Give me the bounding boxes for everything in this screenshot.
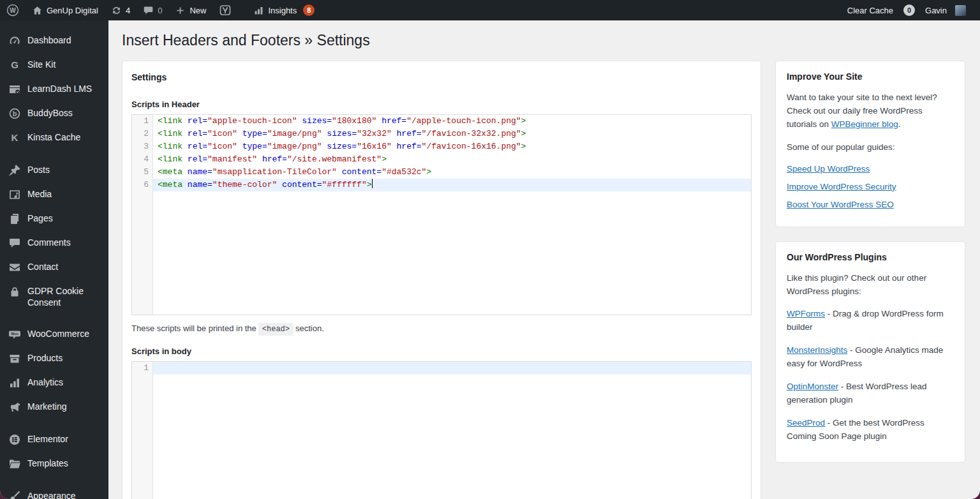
pushpin-icon	[8, 164, 21, 177]
improve-your-site-box: Improve Your Site Want to take your site…	[775, 61, 965, 227]
sidebar-item-posts[interactable]: Posts	[0, 158, 108, 182]
sidebar-item-elementor[interactable]: Elementor	[0, 428, 108, 452]
svg-text:K: K	[11, 132, 19, 143]
sidebar-item-products[interactable]: Products	[0, 346, 108, 371]
buddyboss-icon: b	[8, 107, 21, 120]
sidebar-item-label: Pages	[27, 212, 53, 224]
plugin-link-seedprod[interactable]: SeedProd	[787, 418, 825, 428]
sidebar-item-site-kit[interactable]: GSite Kit	[0, 53, 108, 77]
sidebar-item-label: Site Kit	[27, 59, 56, 70]
sidebar-item-contact[interactable]: Contact	[0, 255, 108, 279]
updates-count: 4	[126, 6, 130, 15]
learndash-icon	[8, 83, 21, 96]
code-text: <meta name="theme-color" content="#fffff…	[153, 179, 751, 191]
code-line-1[interactable]: 1<link rel="apple-touch-icon" sizes="180…	[132, 115, 751, 128]
sidebar-item-media[interactable]: Media	[0, 182, 108, 207]
admin-bar-left: W GenUp Digital 4 0 New	[0, 0, 321, 20]
cache-count-badge: 0	[903, 4, 915, 16]
line-number: 4	[132, 153, 153, 166]
sidebar-item-label: Marketing	[27, 401, 66, 412]
comments-icon	[8, 237, 21, 250]
plugin-link-optinmonster[interactable]: OptinMonster	[787, 382, 838, 391]
line-number: 3	[132, 140, 153, 153]
guide-link-boost-your-wordpress-seo[interactable]: Boost Your WordPress SEO	[787, 200, 954, 209]
sidebar-item-label: Products	[27, 352, 63, 364]
sidebar-item-label: LearnDash LMS	[27, 83, 92, 94]
new-content-menu[interactable]: New	[168, 0, 212, 20]
dashboard-icon	[8, 34, 21, 47]
editor-gutter	[132, 362, 153, 499]
sidebar-item-label: Templates	[27, 458, 68, 469]
guide-link-improve-wordpress-security[interactable]: Improve WordPress Security	[787, 182, 954, 191]
line-number: 1	[132, 115, 153, 128]
svg-text:Woo: Woo	[11, 332, 19, 336]
code-line-2[interactable]: 2<link rel="icon" type="image/png" sizes…	[132, 128, 751, 140]
sidebar-item-dashboard[interactable]: Dashboard	[0, 29, 108, 53]
comment-icon	[143, 5, 154, 16]
header-scripts-editor[interactable]: 1<link rel="apple-touch-icon" sizes="180…	[131, 114, 752, 315]
kinsta-icon: K	[8, 131, 21, 144]
yoast-seo-menu[interactable]	[212, 0, 238, 20]
sidebar-item-learndash-lms[interactable]: LearnDash LMS	[0, 77, 108, 101]
comments-count: 0	[158, 6, 162, 15]
plugin-link-wpforms[interactable]: WPForms	[787, 309, 825, 318]
wpbeginner-blog-link[interactable]: WPBeginner blog	[831, 119, 898, 129]
sidebar-item-label: Media	[27, 188, 52, 200]
wordpress-logo-menu[interactable]: W	[0, 0, 26, 20]
woocommerce-icon: Woo	[8, 328, 21, 341]
code-text: <meta name="msapplication-TileColor" con…	[153, 166, 751, 179]
sidebar-item-label: Elementor	[27, 433, 68, 445]
line-number: 6	[132, 179, 153, 191]
code-line-5[interactable]: 5<meta name="msapplication-TileColor" co…	[132, 166, 751, 179]
code-line-1[interactable]: 1	[132, 362, 751, 375]
sidebar-item-templates[interactable]: Templates	[0, 452, 108, 476]
sidebar-item-gdpr-cookie-consent[interactable]: GDPR Cookie Consent	[0, 279, 108, 314]
media-icon	[8, 188, 21, 201]
our-plugins-box: Our WordPress Plugins Like this plugin? …	[775, 241, 965, 463]
sidebar-item-buddyboss[interactable]: bBuddyBoss	[0, 101, 108, 126]
comments-menu[interactable]: 0	[137, 0, 168, 20]
sidebar-item-woocommerce[interactable]: WooWooCommerce	[0, 322, 108, 346]
insights-menu[interactable]: Insights 8	[247, 0, 321, 20]
plugin-link-monsterinsights[interactable]: MonsterInsights	[787, 345, 847, 355]
line-number: 2	[132, 128, 153, 140]
plugin-entry: OptinMonster - Best WordPress lead gener…	[787, 380, 954, 407]
sidebar-item-label: Posts	[27, 164, 50, 175]
svg-text:G: G	[11, 59, 19, 70]
site-name-menu[interactable]: GenUp Digital	[26, 0, 105, 20]
code-text	[153, 362, 751, 375]
settings-card: Settings Scripts in Header 1<link rel="a…	[122, 61, 761, 499]
code-line-3[interactable]: 3<link rel="icon" type="image/png" sizes…	[132, 140, 751, 153]
guide-links: Speed Up WordPressImprove WordPress Secu…	[787, 164, 954, 209]
sidebar-item-kinsta-cache[interactable]: KKinsta Cache	[0, 126, 108, 150]
improve-box-intro: Want to take your site to the next level…	[787, 91, 954, 131]
guide-link-speed-up-wordpress[interactable]: Speed Up WordPress	[787, 164, 954, 174]
site-kit-icon: G	[8, 59, 21, 71]
updates-menu[interactable]: 4	[105, 0, 137, 20]
code-text: <link rel="apple-touch-icon" sizes="180x…	[153, 115, 751, 128]
sidebar-item-label: BuddyBoss	[27, 107, 73, 119]
body-scripts-editor[interactable]: 1	[131, 361, 752, 499]
svg-text:W: W	[10, 7, 16, 14]
card-title: Settings	[131, 72, 752, 82]
site-name-label: GenUp Digital	[47, 6, 98, 15]
user-account-menu[interactable]: Gavin	[919, 5, 972, 16]
admin-bar-right: Clear Cache 0 Gavin	[841, 0, 980, 20]
plugin-entry: MonsterInsights - Google Analytics made …	[787, 344, 954, 371]
sidebar-item-analytics[interactable]: Analytics	[0, 371, 108, 395]
templates-icon	[8, 458, 21, 470]
sidebar-item-comments[interactable]: Comments	[0, 231, 108, 255]
code-line-6[interactable]: 6<meta name="theme-color" content="#ffff…	[132, 179, 751, 191]
sidebar-item-marketing[interactable]: Marketing	[0, 395, 108, 419]
head-tag-code: <head>	[258, 323, 293, 336]
sidebar-item-appearance[interactable]: Appearance	[0, 484, 108, 499]
code-line-4[interactable]: 4<link rel="manifest" href="/site.webman…	[132, 153, 751, 166]
line-number: 1	[132, 362, 153, 375]
wordpress-admin-screen: W GenUp Digital 4 0 New	[0, 0, 980, 499]
sidebar-item-pages[interactable]: Pages	[0, 207, 108, 231]
clear-cache-button[interactable]: Clear Cache	[841, 6, 900, 15]
sidebar-item-label: Comments	[27, 237, 71, 248]
line-number: 5	[132, 166, 153, 179]
plugin-list: WPForms - Drag & drop WordPress form bui…	[787, 308, 954, 443]
admin-bar: W GenUp Digital 4 0 New	[0, 0, 980, 20]
